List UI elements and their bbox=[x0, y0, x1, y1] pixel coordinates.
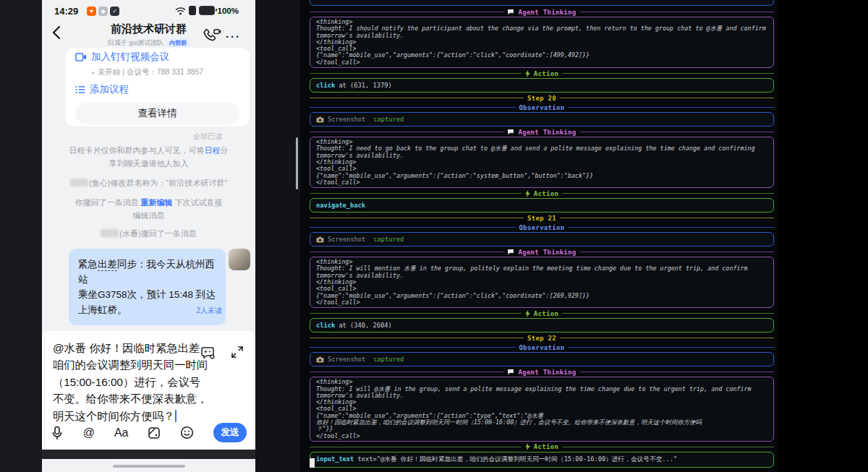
observation-label: Observation bbox=[519, 104, 565, 111]
action-verb: input_text bbox=[316, 455, 354, 463]
speech-bubble-icon bbox=[507, 369, 514, 375]
sim-icon bbox=[189, 6, 196, 15]
observation-box: Screenshot captured bbox=[310, 112, 774, 126]
mic-button[interactable] bbox=[51, 426, 64, 440]
redacted-name bbox=[70, 179, 88, 186]
join-meeting-label: 加入钉钉视频会议 bbox=[91, 51, 169, 64]
meeting-card: 加入钉钉视频会议 ●未开始 | 会议号：788 331 3857 添加议程 查看… bbox=[65, 48, 250, 126]
chat-subtitle-text: 归属于 gui测试团队 bbox=[108, 38, 164, 48]
terminal-cursor bbox=[310, 458, 315, 468]
home-indicator[interactable] bbox=[113, 465, 185, 468]
re-edit-link[interactable]: 重新编辑 bbox=[141, 198, 173, 207]
thinking-box: <thinking> Thought: I will @水番 in the gr… bbox=[310, 377, 774, 442]
meeting-meta-text: 未开始 | 会议号：788 331 3857 bbox=[98, 67, 203, 76]
action-header: Action bbox=[310, 189, 774, 197]
camera-icon bbox=[316, 356, 324, 363]
action-box: input_text text="@水番 你好！因临时紧急出差，咱们的会议调整到… bbox=[310, 452, 774, 468]
message-composer[interactable]: @水番 你好！因临时紧急出差， 咱们的会议调整到明天同一时间 （15:00-16… bbox=[42, 331, 255, 450]
observation-header: Observation bbox=[310, 223, 774, 231]
thinking-label: Agent Thinking bbox=[518, 369, 576, 376]
more-menu-button[interactable]: ··· bbox=[226, 30, 241, 43]
schedule-link[interactable]: 日程 bbox=[205, 146, 221, 155]
notification-badges: ♥ ◆ ✓ bbox=[87, 7, 119, 16]
thinking-label: Agent Thinking bbox=[518, 129, 576, 136]
view-details-button[interactable]: 查看详情 bbox=[75, 103, 239, 124]
step-divider: Step 22 bbox=[310, 334, 774, 342]
action-label: Action bbox=[534, 190, 558, 197]
action-args: at (340, 2604) bbox=[335, 322, 391, 329]
left-margin bbox=[0, 0, 42, 472]
recall-self-message: 你撤回了一条消息 重新编辑 下次试试直接 编辑消息 bbox=[58, 197, 239, 222]
thinking-label: Agent Thinking bbox=[518, 9, 576, 16]
meeting-meta: ●未开始 | 会议号：788 331 3857 bbox=[91, 67, 239, 77]
action-args: text="@水番 你好！因临时紧急出差，咱们的会议调整到明天同一时间（15:0… bbox=[354, 455, 677, 463]
action-verb: click bbox=[316, 322, 335, 329]
shield-icon: ✓ bbox=[110, 7, 119, 16]
read-receipt: 全部已读 bbox=[193, 132, 222, 142]
thinking-content: <thinking> Thought: I will @水番 in the gr… bbox=[310, 377, 773, 441]
notice-pre: 日程卡片仅你和群内参与人可见，可将 bbox=[69, 146, 205, 155]
step-label: Step 22 bbox=[527, 335, 556, 342]
thinking-box: <thinking> Thought: I should notify the … bbox=[310, 17, 774, 68]
battery-icon bbox=[199, 6, 215, 15]
status-right: 100% bbox=[175, 6, 239, 15]
thinking-header: Agent Thinking bbox=[310, 128, 774, 136]
thinking-header: Agent Thinking bbox=[310, 248, 774, 256]
recall-other-text: (水番)撤回了一条消息 bbox=[119, 229, 196, 238]
recall-other-message: (水番)撤回了一条消息 bbox=[58, 228, 239, 241]
status-bar: 14:29 ♥ ◆ ✓ 100% bbox=[42, 0, 255, 22]
observation-label: Observation bbox=[519, 224, 565, 231]
send-button[interactable]: 发送 bbox=[213, 423, 247, 442]
emoji-reply-icon[interactable] bbox=[200, 346, 215, 360]
thinking-header: Agent Thinking bbox=[310, 8, 774, 16]
lightning-icon bbox=[525, 190, 530, 197]
camera-icon bbox=[316, 236, 324, 243]
chat-title: 前沿技术研讨群 bbox=[42, 22, 255, 36]
add-agenda-link[interactable]: 添加议程 bbox=[75, 83, 239, 96]
action-verb: navigate_back bbox=[316, 202, 365, 209]
observation-box: Screenshot captured bbox=[310, 352, 774, 366]
step-divider: Step 21 bbox=[310, 214, 774, 222]
expand-icon[interactable] bbox=[231, 346, 244, 360]
battery-percent: 100% bbox=[218, 7, 239, 15]
observation-header: Observation bbox=[310, 343, 774, 351]
scrollbar-thumb[interactable] bbox=[296, 137, 298, 189]
font-style-button[interactable]: Aa bbox=[114, 426, 129, 439]
lightning-icon bbox=[525, 443, 530, 450]
screenshot-label: Screenshot bbox=[328, 356, 365, 363]
wifi-icon bbox=[175, 7, 186, 15]
screenshot-button[interactable] bbox=[148, 426, 161, 439]
composer-toolbar: @ Aa 发送 bbox=[42, 423, 255, 442]
phone-screen: 14:29 ♥ ◆ ✓ 100% 前沿技术研讨群 归属于 gui测试团队 内部群… bbox=[42, 0, 255, 472]
thinking-label: Agent Thinking bbox=[518, 249, 576, 256]
bubble-pre: 紧急 bbox=[78, 259, 98, 270]
thinking-content: <thinking> Thought: I need to go back to… bbox=[310, 137, 773, 187]
step-label: Step 20 bbox=[527, 95, 556, 102]
action-verb: click bbox=[316, 82, 335, 89]
bubble-underlined-term: 出差 bbox=[98, 259, 117, 271]
avatar[interactable] bbox=[229, 249, 250, 270]
action-box: click at (340, 2604) bbox=[310, 318, 774, 332]
composer-quick-icons bbox=[200, 346, 244, 360]
thinking-box: <thinking> Thought: I will mention 水番 in… bbox=[310, 257, 774, 308]
group-type-badge: 内部群 bbox=[166, 38, 190, 48]
agenda-list-icon bbox=[75, 85, 85, 94]
action-label: Action bbox=[534, 443, 558, 450]
thinking-header: Agent Thinking bbox=[310, 368, 774, 376]
mention-button[interactable]: @ bbox=[83, 426, 95, 439]
camera-icon bbox=[316, 116, 324, 123]
speech-bubble-icon bbox=[507, 129, 514, 135]
action-args: at (631, 1379) bbox=[335, 82, 391, 89]
chat-subtitle: 归属于 gui测试团队 内部群 bbox=[42, 38, 255, 48]
observation-box-partial bbox=[310, 0, 774, 6]
join-meeting-link[interactable]: 加入钉钉视频会议 bbox=[75, 51, 239, 64]
status-dot: ● bbox=[91, 69, 95, 76]
step-label: Step 21 bbox=[527, 215, 556, 222]
panel-gap bbox=[255, 0, 300, 472]
composer-text: @水番 你好！因临时紧急出差， 咱们的会议调整到明天同一时间 （15:00-16… bbox=[53, 342, 211, 422]
observation-label: Observation bbox=[519, 344, 565, 351]
video-call-button[interactable] bbox=[203, 27, 221, 43]
action-box: click at (631, 1379) bbox=[310, 78, 774, 93]
emoji-button[interactable] bbox=[180, 426, 194, 439]
thinking-content: <thinking> Thought: I will mention 水番 in… bbox=[310, 257, 773, 307]
